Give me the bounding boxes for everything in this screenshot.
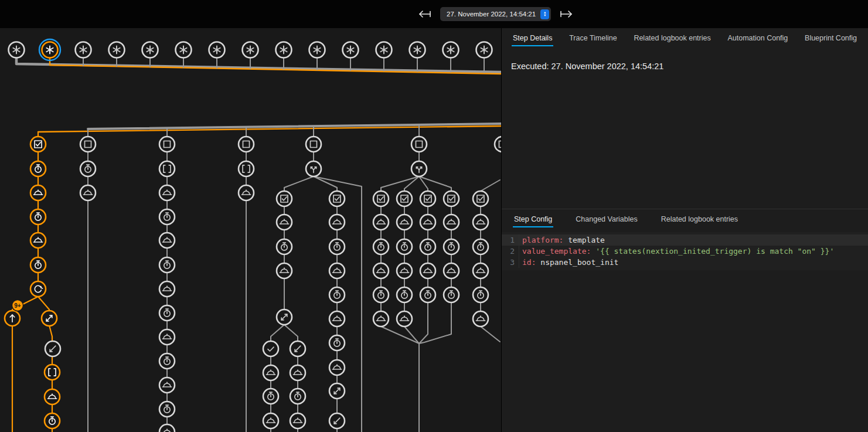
graph-node-trigger[interactable] [9, 42, 25, 58]
graph-node-stopwatch[interactable] [473, 287, 488, 302]
graph-node-stopwatch[interactable] [30, 209, 46, 224]
graph-node-stopwatch[interactable] [397, 239, 412, 254]
graph-node-stopwatch[interactable] [159, 305, 175, 321]
graph-node-trigger[interactable] [443, 42, 459, 58]
graph-node-checkbox[interactable] [473, 191, 488, 206]
graph-node-checkbox[interactable] [30, 137, 46, 152]
graph-node-service[interactable] [159, 233, 175, 248]
graph-node-checkbox[interactable] [329, 191, 345, 206]
graph-node-stopwatch[interactable] [420, 287, 435, 302]
graph-node-service[interactable] [329, 263, 345, 278]
graph-node-stopwatch[interactable] [159, 353, 175, 369]
graph-node-service[interactable] [473, 311, 488, 326]
trace-graph-canvas[interactable]: 9+ [0, 28, 501, 432]
graph-node-trigger[interactable] [243, 42, 258, 58]
graph-node-stopwatch[interactable] [420, 239, 435, 254]
tab-changed-variables[interactable]: Changed Variables [573, 212, 640, 227]
graph-node-service[interactable] [159, 185, 175, 200]
graph-node-trigger[interactable] [76, 42, 91, 58]
graph-node-service[interactable] [159, 329, 175, 345]
graph-node-stopwatch[interactable] [80, 161, 96, 176]
graph-node-service[interactable] [290, 413, 305, 428]
graph-node-stopwatch[interactable] [329, 335, 345, 351]
graph-node-checkbox[interactable] [420, 191, 435, 206]
graph-node-service[interactable] [473, 215, 488, 230]
graph-node-trigger[interactable] [176, 42, 192, 58]
graph-node-parallel[interactable] [42, 311, 57, 326]
graph-node-service[interactable] [329, 215, 345, 230]
graph-node-checkbox[interactable] [373, 191, 389, 206]
graph-node-service[interactable] [329, 360, 345, 375]
graph-node-state[interactable] [80, 137, 96, 152]
graph-node-state[interactable] [306, 137, 321, 152]
graph-node-stopwatch[interactable] [473, 239, 488, 254]
graph-node-choose[interactable] [411, 161, 427, 176]
graph-node-stopwatch[interactable] [373, 239, 389, 254]
graph-node-arrowUp[interactable] [5, 311, 20, 326]
graph-node-service[interactable] [373, 263, 389, 278]
graph-node-choose[interactable] [306, 161, 321, 176]
next-run-button[interactable] [559, 8, 574, 20]
tab-related-logbook-entries[interactable]: Related logbook entries [658, 212, 741, 227]
graph-node-stopwatch[interactable] [290, 389, 305, 404]
graph-node-service[interactable] [397, 311, 412, 326]
graph-node-stopwatch[interactable] [30, 161, 46, 176]
graph-node-service[interactable] [329, 311, 345, 326]
graph-node-stopwatch[interactable] [277, 239, 292, 254]
graph-node-service[interactable] [30, 233, 46, 248]
graph-node-trigger[interactable] [343, 42, 359, 58]
graph-node-state[interactable] [239, 137, 254, 152]
graph-node-trigger[interactable] [410, 42, 426, 58]
graph-node-service[interactable] [277, 215, 292, 230]
graph-node-repeat[interactable] [30, 281, 46, 297]
graph-node-trigger[interactable] [142, 42, 158, 58]
graph-node-service[interactable] [159, 377, 175, 393]
graph-node-service[interactable] [239, 185, 254, 200]
tab-step-details[interactable]: Step Details [510, 30, 555, 46]
graph-node-parallel[interactable] [277, 309, 292, 325]
graph-node-arrowDL[interactable] [45, 341, 60, 356]
tab-trace-timeline[interactable]: Trace Timeline [566, 30, 620, 46]
graph-node-state[interactable] [495, 137, 501, 152]
graph-node-template[interactable] [159, 161, 175, 176]
graph-node-stopwatch[interactable] [373, 287, 389, 302]
graph-node-stopwatch[interactable] [159, 257, 175, 273]
graph-node-template[interactable] [45, 365, 60, 380]
graph-node-stopwatch[interactable] [329, 239, 345, 254]
tab-step-config[interactable]: Step Config [511, 212, 555, 227]
graph-node-service[interactable] [373, 215, 389, 230]
graph-node-trigger[interactable] [309, 42, 325, 58]
graph-node-service[interactable] [373, 311, 389, 326]
graph-node-arrowDL[interactable] [290, 341, 305, 356]
graph-node-check[interactable] [263, 341, 278, 356]
graph-node-service[interactable] [277, 263, 292, 278]
graph-node-service[interactable] [80, 185, 96, 200]
graph-node-stopwatch[interactable] [30, 257, 46, 273]
graph-node-service[interactable] [290, 365, 305, 380]
graph-node-state[interactable] [411, 137, 427, 152]
graph-node-stopwatch[interactable] [444, 239, 459, 254]
graph-node-service[interactable] [159, 281, 175, 297]
graph-node-service[interactable] [30, 185, 46, 200]
run-date-select[interactable]: 27. November 2022, 14:54:21 ▲▼ [440, 7, 551, 21]
graph-node-arrowDL[interactable] [329, 413, 345, 428]
tab-blueprint-config[interactable]: Blueprint Config [802, 30, 860, 46]
graph-node-stopwatch[interactable] [159, 209, 175, 224]
previous-run-button[interactable] [417, 8, 433, 20]
graph-node-checkbox[interactable] [444, 191, 459, 206]
graph-node-service[interactable] [263, 365, 278, 380]
graph-node-trigger[interactable] [376, 42, 392, 58]
graph-node-trigger[interactable] [276, 42, 292, 58]
graph-node-trigger[interactable] [109, 42, 125, 58]
graph-node-checkbox[interactable] [397, 191, 412, 206]
graph-node-service[interactable] [159, 424, 175, 432]
graph-node-service[interactable] [444, 215, 459, 230]
graph-node-service[interactable] [263, 413, 278, 428]
graph-node-parallel[interactable] [329, 383, 345, 399]
graph-node-stopwatch[interactable] [263, 389, 278, 404]
graph-node-service[interactable] [397, 215, 412, 230]
yaml-code-editor[interactable]: 1platform: template2value_template: '{{ … [502, 232, 868, 270]
graph-node-service[interactable] [444, 263, 459, 278]
graph-node-service[interactable] [420, 215, 435, 230]
graph-node-trigger[interactable] [39, 39, 60, 60]
